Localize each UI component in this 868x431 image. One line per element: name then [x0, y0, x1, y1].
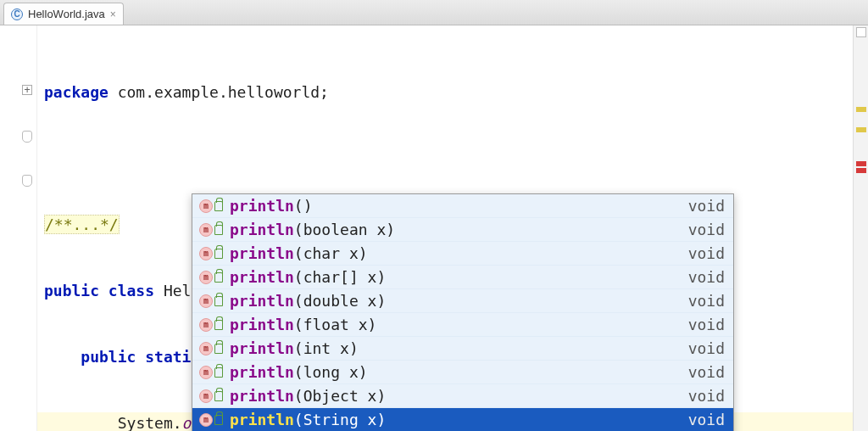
editor[interactable]: + package com.example.helloworld; /**...…: [0, 25, 868, 431]
public-lock-icon: [214, 249, 223, 259]
warning-marker[interactable]: [856, 107, 866, 112]
public-lock-icon: [214, 367, 223, 378]
suggestion-signature: println(boolean x): [230, 221, 682, 238]
method-icon: m: [199, 199, 213, 213]
suggestion-signature: println(float x): [230, 316, 682, 333]
method-icon: m: [199, 389, 213, 403]
gutter: +: [0, 25, 37, 431]
suggestion-signature: println(double x): [230, 292, 682, 310]
public-lock-icon: [214, 415, 223, 425]
public-lock-icon: [214, 296, 223, 306]
method-icon: m: [199, 294, 213, 308]
method-icon: m: [199, 247, 213, 260]
return-type: void: [688, 363, 725, 381]
autocomplete-item[interactable]: mprintln()void: [192, 194, 733, 218]
autocomplete-item[interactable]: mprintln(Object x)void: [192, 384, 733, 408]
return-type: void: [688, 316, 725, 333]
expand-fold-icon[interactable]: +: [22, 85, 32, 95]
autocomplete-item[interactable]: mprintln(char[] x)void: [192, 266, 733, 289]
autocomplete-popup[interactable]: mprintln()voidmprintln(boolean x)voidmpr…: [192, 193, 734, 431]
public-lock-icon: [214, 272, 223, 283]
tab-bar: C HelloWorld.java ×: [0, 0, 868, 25]
autocomplete-item[interactable]: mprintln(char x)void: [192, 242, 733, 266]
method-end-gutter-icon[interactable]: [22, 175, 32, 187]
error-stripe[interactable]: [853, 25, 868, 431]
return-type: void: [688, 197, 725, 215]
return-type: void: [688, 292, 725, 310]
folded-javadoc[interactable]: /**...*/: [44, 215, 120, 234]
error-marker[interactable]: [856, 168, 866, 173]
method-icon: m: [199, 318, 213, 332]
keyword-package: package: [44, 83, 108, 101]
class-keywords: public class: [44, 282, 154, 299]
suggestion-signature: println(Object x): [230, 387, 682, 405]
suggestion-signature: println(char[] x): [230, 268, 682, 286]
method-icon: m: [199, 342, 213, 355]
autocomplete-item[interactable]: mprintln(long x)void: [192, 361, 733, 384]
autocomplete-item[interactable]: mprintln(double x)void: [192, 289, 733, 313]
autocomplete-item[interactable]: mprintln(String x)void: [192, 408, 733, 431]
method-icon: m: [199, 223, 213, 237]
return-type: void: [688, 411, 725, 428]
autocomplete-item[interactable]: mprintln(float x)void: [192, 313, 733, 337]
public-lock-icon: [214, 201, 223, 211]
close-icon[interactable]: ×: [110, 8, 116, 20]
suggestion-signature: println(char x): [230, 244, 682, 262]
method-icon: m: [199, 413, 213, 427]
suggestion-signature: println(): [230, 197, 682, 215]
return-type: void: [688, 244, 725, 262]
public-lock-icon: [214, 391, 223, 401]
autocomplete-item[interactable]: mprintln(int x)void: [192, 337, 733, 361]
method-icon: m: [199, 271, 213, 284]
suggestion-signature: println(int x): [230, 339, 682, 357]
file-tab[interactable]: C HelloWorld.java ×: [3, 3, 124, 25]
return-type: void: [688, 221, 725, 238]
traffic-light-icon[interactable]: [856, 27, 866, 37]
class-file-icon: C: [11, 8, 23, 20]
public-lock-icon: [214, 320, 223, 330]
public-lock-icon: [214, 344, 223, 354]
return-type: void: [688, 268, 725, 286]
public-lock-icon: [214, 225, 223, 235]
package-name: com.example.helloworld;: [108, 83, 329, 101]
suggestion-signature: println(String x): [230, 411, 682, 428]
return-type: void: [688, 339, 725, 357]
error-marker[interactable]: [856, 161, 866, 166]
method-icon: m: [199, 366, 213, 379]
call-system: System.: [118, 414, 182, 431]
return-type: void: [688, 387, 725, 405]
tab-filename: HelloWorld.java: [28, 8, 105, 20]
warning-marker[interactable]: [856, 127, 866, 132]
suggestion-signature: println(long x): [230, 363, 682, 381]
autocomplete-list: mprintln()voidmprintln(boolean x)voidmpr…: [192, 194, 733, 431]
autocomplete-item[interactable]: mprintln(boolean x)void: [192, 218, 733, 242]
override-gutter-icon[interactable]: [22, 131, 32, 143]
